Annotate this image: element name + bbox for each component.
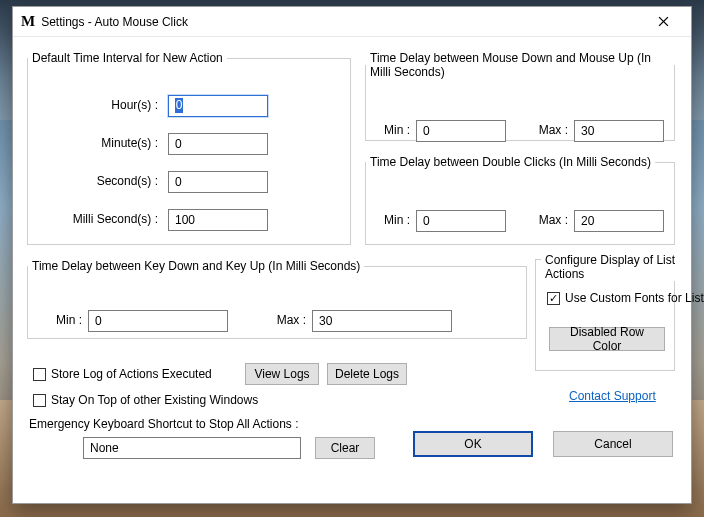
- disabled-row-color-button[interactable]: Disabled Row Color: [549, 327, 665, 351]
- group-mouse-delay-title: Time Delay between Mouse Down and Mouse …: [366, 51, 674, 79]
- label-minutes: Minute(s) :: [78, 136, 158, 150]
- input-mouse-min[interactable]: [416, 120, 506, 142]
- label-key-min: Min :: [48, 313, 82, 327]
- window-title: Settings - Auto Mouse Click: [41, 15, 643, 29]
- label-key-max: Max :: [266, 313, 306, 327]
- input-dbl-min[interactable]: [416, 210, 506, 232]
- label-mouse-min: Min :: [376, 123, 410, 137]
- checkbox-store-log-box: [33, 368, 46, 381]
- checkbox-store-log-label: Store Log of Actions Executed: [51, 367, 212, 381]
- input-milliseconds[interactable]: [168, 209, 268, 231]
- settings-window: M Settings - Auto Mouse Click Default Ti…: [12, 6, 692, 504]
- label-dbl-min: Min :: [376, 213, 410, 227]
- label-hours: Hour(s) :: [78, 98, 158, 112]
- label-mouse-max: Max :: [528, 123, 568, 137]
- group-mouse-delay: Time Delay between Mouse Down and Mouse …: [365, 51, 675, 141]
- input-hours[interactable]: [168, 95, 268, 117]
- group-dblclick-delay-title: Time Delay between Double Clicks (In Mil…: [366, 155, 655, 169]
- checkbox-stay-on-top-label: Stay On Top of other Existing Windows: [51, 393, 258, 407]
- group-dblclick-delay: Time Delay between Double Clicks (In Mil…: [365, 155, 675, 245]
- input-minutes[interactable]: [168, 133, 268, 155]
- input-key-max[interactable]: [312, 310, 452, 332]
- group-default-interval: Default Time Interval for New Action Hou…: [27, 51, 351, 245]
- checkbox-custom-fonts-box: [547, 292, 560, 305]
- group-key-delay-title: Time Delay between Key Down and Key Up (…: [28, 259, 364, 273]
- titlebar[interactable]: M Settings - Auto Mouse Click: [13, 7, 691, 37]
- clear-button[interactable]: Clear: [315, 437, 375, 459]
- label-milliseconds: Milli Second(s) :: [68, 212, 158, 226]
- label-dbl-max: Max :: [528, 213, 568, 227]
- client-area: Default Time Interval for New Action Hou…: [13, 37, 691, 503]
- checkbox-stay-on-top[interactable]: Stay On Top of other Existing Windows: [33, 393, 258, 407]
- checkbox-custom-fonts-label: Use Custom Fonts for List of Actions: [565, 291, 704, 305]
- checkbox-stay-on-top-box: [33, 394, 46, 407]
- view-logs-button[interactable]: View Logs: [245, 363, 319, 385]
- input-key-min[interactable]: [88, 310, 228, 332]
- close-icon: [658, 16, 669, 27]
- group-key-delay: Time Delay between Key Down and Key Up (…: [27, 259, 527, 339]
- delete-logs-button[interactable]: Delete Logs: [327, 363, 407, 385]
- input-dbl-max[interactable]: [574, 210, 664, 232]
- close-button[interactable]: [643, 11, 683, 33]
- checkbox-custom-fonts[interactable]: Use Custom Fonts for List of Actions: [547, 291, 704, 305]
- checkbox-store-log[interactable]: Store Log of Actions Executed: [33, 367, 212, 381]
- cancel-button[interactable]: Cancel: [553, 431, 673, 457]
- app-icon: M: [21, 13, 35, 30]
- label-emergency-shortcut: Emergency Keyboard Shortcut to Stop All …: [29, 417, 298, 431]
- group-default-interval-title: Default Time Interval for New Action: [28, 51, 227, 65]
- group-list-display-legend: Configure Display of List Actions: [541, 253, 691, 281]
- label-seconds: Second(s) :: [78, 174, 158, 188]
- input-seconds[interactable]: [168, 171, 268, 193]
- input-mouse-max[interactable]: [574, 120, 664, 142]
- input-emergency-shortcut[interactable]: [83, 437, 301, 459]
- contact-support-link[interactable]: Contact Support: [569, 389, 656, 403]
- ok-button[interactable]: OK: [413, 431, 533, 457]
